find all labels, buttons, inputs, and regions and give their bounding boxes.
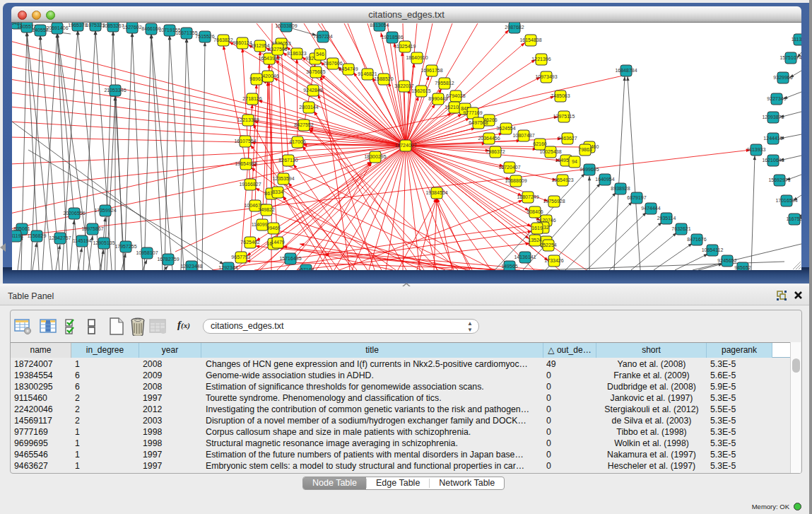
svg-text:18807249: 18807249 xyxy=(517,194,539,199)
svg-text:16782759: 16782759 xyxy=(157,257,179,262)
svg-text:17016504: 17016504 xyxy=(775,198,797,203)
svg-text:3822037: 3822037 xyxy=(394,83,413,88)
svg-text:7515526: 7515526 xyxy=(195,34,214,39)
svg-text:9113933: 9113933 xyxy=(747,147,766,152)
svg-text:2935114: 2935114 xyxy=(657,216,676,221)
svg-text:10688609: 10688609 xyxy=(505,178,526,183)
svg-text:8186323: 8186323 xyxy=(287,51,306,56)
svg-text:11325419: 11325419 xyxy=(394,44,416,49)
svg-text:16961758: 16961758 xyxy=(420,68,442,73)
svg-text:8990448: 8990448 xyxy=(428,96,447,101)
svg-text:1619: 1619 xyxy=(531,226,543,230)
svg-text:1221396: 1221396 xyxy=(531,57,551,62)
svg-text:12923448: 12923448 xyxy=(180,264,202,269)
svg-text:2867606: 2867606 xyxy=(323,61,342,66)
svg-text:16210643: 16210643 xyxy=(762,158,784,163)
svg-text:12905135: 12905135 xyxy=(93,240,114,245)
svg-text:945652: 945652 xyxy=(734,265,751,270)
svg-text:12213389: 12213389 xyxy=(237,117,259,122)
svg-text:9227349: 9227349 xyxy=(767,96,786,101)
svg-text:1562615: 1562615 xyxy=(411,88,430,93)
svg-text:149565: 149565 xyxy=(501,264,517,269)
svg-text:16848784: 16848784 xyxy=(615,68,637,73)
svg-text:8454749: 8454749 xyxy=(339,66,358,71)
svg-text:9242848: 9242848 xyxy=(303,88,322,93)
svg-text:9463627: 9463627 xyxy=(558,136,577,141)
svg-text:10958107: 10958107 xyxy=(136,250,158,255)
svg-text:19166827: 19166827 xyxy=(239,182,261,187)
svg-text:17957255: 17957255 xyxy=(114,244,136,249)
svg-text:252254: 252254 xyxy=(540,243,556,247)
svg-text:15716485: 15716485 xyxy=(279,256,301,261)
svg-text:19384554: 19384554 xyxy=(425,190,447,195)
svg-text:19975867: 19975867 xyxy=(81,226,103,231)
svg-text:15751074: 15751074 xyxy=(779,55,801,60)
svg-text:12975115: 12975115 xyxy=(553,114,575,119)
svg-text:6794028: 6794028 xyxy=(446,93,465,98)
svg-text:1527602: 1527602 xyxy=(122,25,141,30)
svg-text:908406: 908406 xyxy=(526,209,543,214)
svg-text:16033809: 16033809 xyxy=(275,23,297,28)
svg-text:10025438: 10025438 xyxy=(539,149,561,154)
svg-text:15692971: 15692971 xyxy=(768,177,790,182)
svg-text:18300295: 18300295 xyxy=(364,154,386,159)
svg-text:14136141: 14136141 xyxy=(514,255,536,259)
svg-text:8267130: 8267130 xyxy=(278,158,298,163)
svg-text:6497568: 6497568 xyxy=(469,120,488,125)
svg-text:17359924: 17359924 xyxy=(94,208,116,213)
svg-text:9146821: 9146821 xyxy=(358,71,377,76)
svg-text:10973493: 10973493 xyxy=(535,74,557,79)
svg-text:10853267: 10853267 xyxy=(102,23,124,28)
svg-text:116753: 116753 xyxy=(787,216,801,221)
svg-text:8427552: 8427552 xyxy=(294,122,313,127)
svg-text:7857224: 7857224 xyxy=(313,34,332,39)
svg-text:12353594: 12353594 xyxy=(272,176,294,181)
svg-text:417006: 417006 xyxy=(289,139,305,144)
svg-text:111393: 111393 xyxy=(792,37,801,42)
svg-text:1588520: 1588520 xyxy=(374,76,393,81)
svg-text:3675685: 3675685 xyxy=(306,69,325,74)
svg-text:20691406: 20691406 xyxy=(46,25,68,30)
svg-text:16720407: 16720407 xyxy=(498,165,520,170)
svg-text:2087682: 2087682 xyxy=(505,25,524,30)
svg-text:10654112: 10654112 xyxy=(702,247,724,252)
svg-text:546: 546 xyxy=(316,52,324,57)
svg-text:331191: 331191 xyxy=(12,233,24,238)
svg-text:6879197: 6879197 xyxy=(627,195,646,200)
svg-text:94: 94 xyxy=(572,159,577,164)
svg-text:8912954: 8912954 xyxy=(250,43,269,48)
svg-text:8938928: 8938928 xyxy=(611,186,630,191)
svg-text:14479: 14479 xyxy=(271,240,285,245)
svg-text:20206556: 20206556 xyxy=(63,211,85,216)
svg-text:16154838: 16154838 xyxy=(519,37,541,42)
svg-text:10807487: 10807487 xyxy=(512,133,534,138)
svg-text:7485063: 7485063 xyxy=(551,93,570,98)
svg-text:18724007: 18724007 xyxy=(394,143,416,148)
svg-text:19756928: 19756928 xyxy=(543,199,565,204)
svg-text:9327505: 9327505 xyxy=(268,47,287,52)
svg-text:9777169: 9777169 xyxy=(463,110,482,115)
svg-text:16671355: 16671355 xyxy=(175,30,197,35)
svg-text:12093872: 12093872 xyxy=(762,115,784,119)
svg-text:1292344: 1292344 xyxy=(218,265,237,270)
svg-text:1965378: 1965378 xyxy=(68,23,87,28)
svg-text:9329966: 9329966 xyxy=(773,75,792,80)
svg-text:2803144: 2803144 xyxy=(299,105,318,110)
svg-text:7986372: 7986372 xyxy=(486,149,505,154)
svg-text:1156829: 1156829 xyxy=(28,233,47,238)
svg-text:8813054: 8813054 xyxy=(370,23,389,28)
svg-text:1145194: 1145194 xyxy=(73,238,92,243)
svg-text:1733426: 1733426 xyxy=(544,258,563,263)
svg-text:7625402: 7625402 xyxy=(240,240,259,245)
svg-text:1244415: 1244415 xyxy=(763,136,782,141)
svg-text:79863: 79863 xyxy=(578,147,592,152)
svg-text:13524: 13524 xyxy=(528,238,542,243)
svg-text:7663822: 7663822 xyxy=(213,37,233,42)
svg-text:2718126: 2718126 xyxy=(242,96,261,101)
svg-text:9474444: 9474444 xyxy=(641,206,660,211)
svg-text:62160: 62160 xyxy=(533,141,547,146)
svg-text:9657791: 9657791 xyxy=(231,255,250,259)
svg-text:21053346: 21053346 xyxy=(104,88,126,93)
svg-text:157164: 157164 xyxy=(298,267,314,270)
svg-text:20364456: 20364456 xyxy=(478,136,500,141)
